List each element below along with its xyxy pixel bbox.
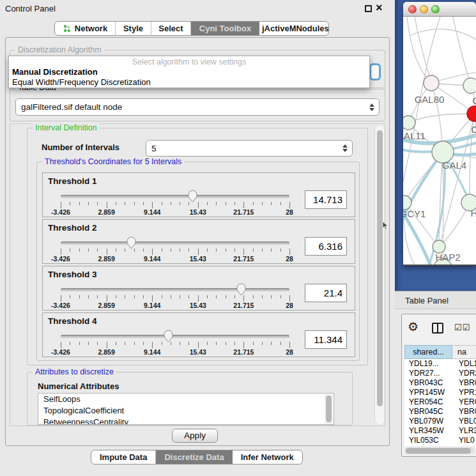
tab-infer-network[interactable]: Infer Network [233,450,302,464]
column-header-shared-name[interactable]: shared... [404,345,452,359]
algorithm-combobox-fragment[interactable] [369,63,381,81]
cell-name[interactable]: YBR0 [452,407,476,417]
network-view-window[interactable]: GAL80GCGAL11GAL4GCY1HHAP2 [403,2,476,266]
network-node-gal-partial[interactable] [463,78,476,93]
network-node-gal11[interactable] [403,116,415,130]
slider-tick [198,249,199,255]
threshold-1-slider-thumb[interactable] [187,189,198,203]
slider-tick [116,295,116,298]
threshold-3-slider-track[interactable] [61,288,289,291]
threshold-2-slider-thumb[interactable] [126,236,137,249]
dropdown-item-equal-width-frequency[interactable]: Equal Width/Frequency Discretization [9,77,369,88]
numerical-attributes-list[interactable]: SelfLoopsTopologicalCoefficientBetweenne… [38,393,334,425]
cell-shared-name[interactable]: YLR345W [404,426,452,436]
cell-name[interactable]: YPR1 [452,388,476,397]
cell-shared-name[interactable]: YDR27... [404,369,452,378]
slider-tick-labels: -3.4262.8599.14415.4321.71528 [61,255,289,263]
slider-tick [88,295,89,298]
cell-name[interactable]: YIL0 [452,436,476,445]
slider-tick [88,202,89,205]
slider-tick [97,342,98,345]
tab-network[interactable]: Network [55,22,116,35]
network-canvas[interactable]: GAL80GCGAL11GAL4GCY1HHAP2 [403,17,476,265]
threshold-1-slider-track[interactable] [61,195,289,198]
slider-tick [116,202,116,205]
threshold-3-slider-thumb[interactable] [236,282,247,296]
slider-tick [61,249,61,255]
slider-tick-labels: -3.4262.8599.14415.4321.71528 [61,208,289,216]
attribute-list-item[interactable]: BetweennessCentrality [38,417,334,425]
slider-tick [234,295,235,298]
cell-name[interactable]: YER0 [452,397,476,407]
settings-vertical-scrollbar[interactable] [374,125,384,424]
attribute-list-item[interactable]: TopologicalCoefficient [38,405,334,417]
threshold-2-slider-track[interactable] [61,242,289,245]
gear-icon[interactable]: ⚙ [408,319,418,334]
table-row[interactable]: YLR345WYLR3 [404,426,476,436]
threshold-2-value-field[interactable]: 6.316 [305,237,347,256]
zoom-window-icon[interactable] [431,5,440,13]
columns-icon[interactable] [432,323,443,334]
network-window-titlebar[interactable] [403,2,476,17]
tab-impute-data[interactable]: Impute Data [91,450,156,464]
cell-shared-name[interactable]: YIL053C [404,436,452,445]
cell-name[interactable]: YDR2 [452,369,476,378]
cell-shared-name[interactable]: YER054C [404,397,452,407]
column-header-name[interactable]: na [452,345,476,359]
network-node-label: C [472,124,476,135]
minimize-window-icon[interactable] [420,5,428,13]
slider-tick [97,249,98,252]
network-node-gal80[interactable] [424,75,439,91]
float-panel-icon[interactable] [365,5,372,12]
close-panel-icon[interactable]: × [376,1,383,15]
cell-name[interactable]: YBR0 [452,378,476,388]
table-row[interactable]: YPR145WYPR1 [404,388,476,397]
attribute-list-item[interactable]: SelfLoops [38,394,334,405]
slider-tick [79,342,80,345]
tab-jactivemnodules[interactable]: jActiveMNodules [259,22,329,35]
panel-title: Control Panel [5,4,56,13]
dropdown-placeholder-item[interactable]: Select algorithm to view settings [9,56,369,67]
cell-name[interactable]: YLR3 [452,426,476,436]
table-row[interactable]: YBR045CYBR0 [404,407,476,417]
table-row[interactable]: YER054CYER0 [404,397,476,407]
table-row[interactable]: YBR043CYBR0 [404,378,476,388]
cell-shared-name[interactable]: YBR043C [404,378,452,388]
select-checkboxes-icon[interactable]: ☑☑ [454,323,470,332]
table-row[interactable]: YDL19...YDL1 [404,359,476,369]
slider-tick-label: 2.859 [98,255,114,263]
threshold-4-slider-thumb[interactable] [163,329,174,342]
tab-style-label: Style [123,24,143,33]
network-node-gcy1[interactable] [403,196,411,210]
table-horizontal-scrollbar[interactable] [404,447,475,454]
tab-discretize-data[interactable]: Discretize Data [156,450,232,464]
tab-style[interactable]: Style [116,22,151,35]
cell-shared-name[interactable]: YPR145W [404,388,452,397]
threshold-4-slider-track[interactable] [61,335,289,338]
table-panel-header: Table Panel [395,291,476,309]
threshold-1-value-field[interactable]: 14.713 [305,190,347,209]
numerical-attributes-heading: Numerical Attributes [38,381,119,391]
slider-tick-label: 21.715 [233,302,254,309]
apply-button[interactable]: Apply [172,429,218,443]
dropdown-item-manual-discretization[interactable]: Manual Discretization [9,67,369,77]
cell-shared-name[interactable]: YBR045C [404,407,452,417]
network-node-red-node[interactable] [467,106,476,121]
cell-shared-name[interactable]: YDL19... [404,359,452,369]
table-data-combobox[interactable]: galFiltered.sif default node [15,98,380,116]
slider-tick-label: 2.859 [98,348,114,356]
cell-name[interactable]: YBL0 [452,417,476,426]
table-row[interactable]: YBL079WYBL0 [404,417,476,426]
threshold-4-value-field[interactable]: 11.344 [305,330,347,349]
table-row[interactable]: YIL053CYIL0 [404,436,476,445]
network-node-hap2[interactable] [433,240,445,253]
threshold-3-value-field[interactable]: 21.4 [305,284,347,302]
number-of-intervals-combobox[interactable]: 5 [146,140,353,157]
cell-name[interactable]: YDL1 [452,359,476,369]
tab-cyni-toolbox[interactable]: Cyni Toolbox [191,22,259,35]
tab-select[interactable]: Select [151,22,191,35]
close-window-icon[interactable] [408,5,417,13]
table-row[interactable]: YDR27...YDR2 [404,369,476,378]
cell-shared-name[interactable]: YBL079W [404,417,452,426]
attributes-list-scrollbar[interactable] [325,394,333,425]
